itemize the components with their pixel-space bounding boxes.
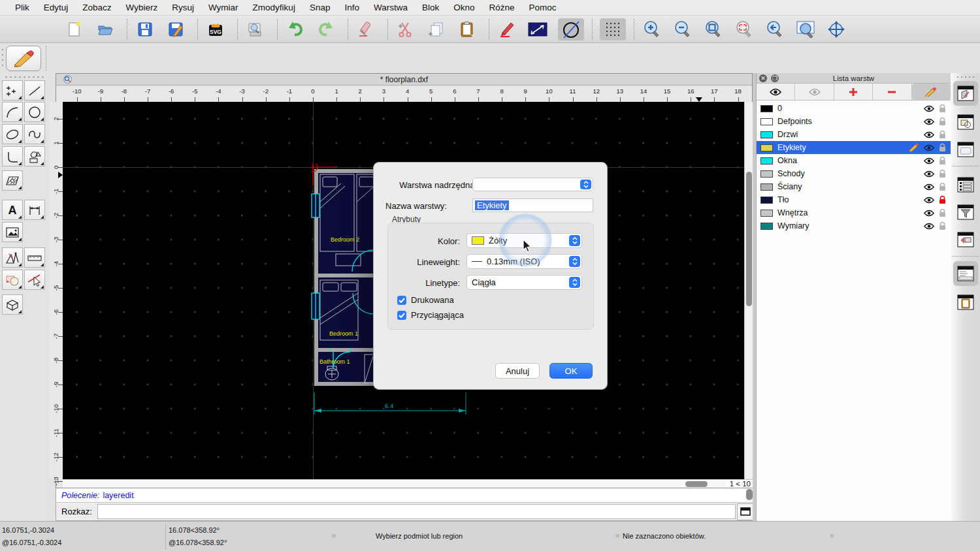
layer-visible-icon[interactable] [924, 144, 934, 151]
cancel-button[interactable]: Anuluj [495, 363, 540, 379]
layer-visibility-toggle[interactable] [924, 197, 934, 204]
lineweight-dropdown[interactable]: 0.13mm (ISO) [466, 254, 582, 269]
layer-lock-toggle[interactable] [939, 182, 946, 191]
construction-checkbox-row[interactable]: Przyciągająca [397, 310, 464, 320]
dock-clipboard-button[interactable] [953, 290, 978, 315]
layer-unlocked-icon[interactable] [939, 130, 946, 139]
layer-lock-toggle[interactable] [939, 208, 946, 217]
polygon-tool-button[interactable] [24, 146, 45, 166]
measure-tool-button[interactable] [24, 247, 45, 268]
redo-button[interactable] [316, 18, 336, 40]
select-tool-button[interactable] [24, 270, 45, 290]
checkbox-checked-icon[interactable] [397, 311, 406, 320]
draw-pen-button[interactable] [497, 18, 517, 40]
pen-tool-button[interactable] [6, 46, 41, 71]
h-scroll-thumb[interactable] [685, 481, 708, 487]
layer-visible-icon[interactable] [924, 157, 934, 165]
menu-item-zobacz[interactable]: Zobacz [75, 3, 118, 12]
dock-layer-list-button[interactable] [953, 81, 978, 106]
undo-button[interactable] [285, 18, 306, 40]
menu-item-snap[interactable]: Snap [302, 3, 338, 12]
stepper-icon[interactable] [569, 277, 580, 288]
menu-item-okno[interactable]: Okno [446, 3, 482, 12]
layer-lock-toggle[interactable] [939, 195, 946, 204]
menu-item-info[interactable]: Info [337, 3, 367, 12]
arc-tool-button[interactable] [2, 102, 23, 122]
dimension-tool-button[interactable] [24, 200, 45, 220]
layer-lock-toggle[interactable] [939, 117, 946, 126]
points-tool-button[interactable] [2, 80, 23, 101]
layer-visible-icon[interactable] [924, 223, 934, 230]
stepper-icon[interactable] [569, 256, 580, 267]
layer-row-Tło[interactable]: Tło [757, 193, 951, 206]
hide-all-layers-button[interactable] [795, 84, 834, 100]
circle-draw-button[interactable] [24, 102, 45, 122]
dock-library-browser-button[interactable] [953, 137, 978, 162]
layer-locked-icon[interactable] [939, 195, 946, 204]
layer-visibility-toggle[interactable] [924, 131, 934, 138]
canvas-vertical-scrollbar[interactable] [744, 102, 753, 479]
printed-checkbox-row[interactable]: Drukowana [397, 295, 454, 305]
copy-button[interactable] [426, 18, 447, 40]
dock-filter-button[interactable] [953, 200, 978, 225]
layer-visibility-toggle[interactable] [924, 144, 934, 151]
close-panel-icon[interactable]: ✕ [759, 74, 767, 82]
cut-button[interactable] [395, 18, 416, 40]
dock-media-button[interactable] [953, 227, 978, 252]
layer-unlocked-icon[interactable] [939, 104, 946, 113]
layer-unlocked-icon[interactable] [939, 143, 946, 152]
layer-row-Drzwi[interactable]: Drzwi [757, 128, 951, 141]
menu-item-zmodyfikuj[interactable]: Zmodyfikuj [246, 3, 302, 12]
layer-row-Ściany[interactable]: Ściany [757, 180, 951, 193]
edit-layer-button[interactable] [912, 84, 951, 100]
layer-unlocked-icon[interactable] [939, 182, 946, 191]
export-svg-button[interactable]: SVG [205, 18, 226, 40]
zoom-previous-button[interactable] [734, 18, 755, 40]
menu-item-różne[interactable]: Różne [482, 3, 522, 12]
save-as-button[interactable] [165, 18, 186, 40]
delete-entity-button[interactable] [355, 18, 376, 40]
menu-item-wybierz[interactable]: Wybierz [119, 3, 165, 12]
color-dropdown[interactable]: Żółty [466, 233, 582, 248]
document-title-bar[interactable]: * floorplan.dxf [56, 74, 752, 86]
menu-item-plik[interactable]: Plik [8, 3, 37, 12]
command-options-button[interactable] [737, 503, 754, 520]
add-layer-button[interactable] [834, 84, 873, 100]
linetype-dropdown[interactable]: Ciągła [466, 275, 582, 290]
spline-tool-button[interactable] [24, 124, 45, 144]
layer-unlocked-icon[interactable] [939, 221, 946, 230]
layer-row-Etykiety[interactable]: Etykiety [757, 141, 951, 154]
draw-tools-button[interactable] [2, 247, 23, 268]
history-scroll-thumb[interactable] [746, 489, 753, 500]
dock-command-line-button[interactable] [953, 261, 978, 286]
layer-visible-icon[interactable] [924, 105, 934, 112]
zoom-window-button[interactable] [795, 18, 816, 40]
zoom-back-button[interactable] [764, 18, 785, 40]
layer-visibility-toggle[interactable] [924, 118, 934, 125]
zoom-pan-button[interactable] [826, 18, 847, 40]
text-tool-button[interactable]: A [2, 200, 23, 220]
layer-visible-icon[interactable] [924, 197, 934, 204]
toolbar-drag-handle[interactable] [1, 47, 4, 69]
line-tool-button[interactable] [24, 80, 45, 101]
layer-lock-toggle[interactable] [939, 104, 946, 113]
print-preview-button[interactable] [245, 18, 266, 40]
menu-item-pomoc[interactable]: Pomoc [522, 3, 564, 12]
v-scroll-thumb[interactable] [746, 172, 752, 306]
checkbox-checked-icon[interactable] [397, 296, 406, 305]
layer-visibility-toggle[interactable] [924, 157, 934, 165]
menu-item-edytuj[interactable]: Edytuj [37, 3, 76, 12]
layer-row-0[interactable]: 0 [757, 102, 951, 115]
hatch-tool-button[interactable] [2, 170, 23, 191]
polyline-tool-button[interactable] [2, 146, 23, 166]
layer-lock-toggle[interactable] [939, 130, 946, 139]
palette-drag-handle[interactable] [4, 76, 44, 78]
layer-row-Wnętrza[interactable]: Wnętrza [757, 206, 951, 219]
menu-item-warstwa[interactable]: Warstwa [367, 3, 415, 12]
layer-visibility-toggle[interactable] [924, 183, 934, 191]
layer-lock-toggle[interactable] [939, 169, 946, 178]
layer-visible-icon[interactable] [924, 183, 934, 191]
layer-name-input[interactable]: Etykiety [472, 198, 593, 212]
layer-row-Defpoints[interactable]: Defpoints [757, 115, 951, 128]
circle-tool-button[interactable] [558, 18, 584, 40]
